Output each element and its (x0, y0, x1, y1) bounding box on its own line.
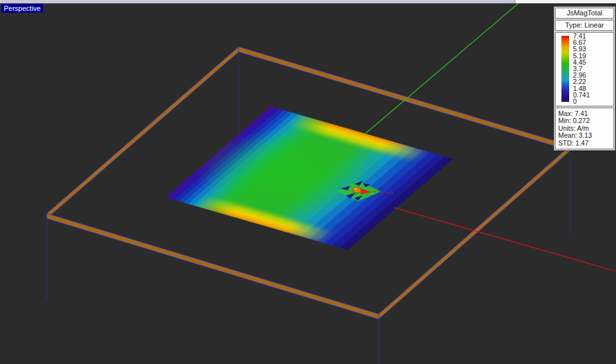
y-axis-line (366, 3, 518, 133)
colorbar-tick: 2.22 (573, 78, 590, 85)
feed-probe-highlight (354, 188, 357, 190)
field-legend-panel[interactable]: JsMagTotal Type: Linear 7.416.675.935.19… (554, 6, 615, 151)
legend-stat-line: STD: 1.47 (558, 140, 613, 147)
viewport-3d[interactable] (0, 3, 616, 364)
legend-stats: Max: 7.41Min: 0.272Units: A/mMean: 3.13S… (555, 108, 614, 149)
colorbar (561, 36, 569, 102)
legend-scale-type: Type: Linear (555, 20, 614, 31)
legend-title: JsMagTotal (555, 8, 614, 19)
feed-probe[interactable] (353, 187, 361, 193)
legend-colorbar-section: 7.416.675.935.194.453.72.962.221.480.741… (555, 32, 614, 106)
colorbar-tick: 0 (573, 98, 590, 104)
colorbar-ticks: 7.416.675.935.194.453.72.962.221.480.741… (573, 33, 590, 104)
x-axis-line (394, 208, 615, 271)
colorbar-tick: 1.48 (573, 85, 590, 92)
application-window: { "window": { "view_label": "Perspective… (0, 0, 616, 364)
legend-stat-line: Mean: 3.13 (558, 132, 613, 139)
colorbar-tick: 5.93 (573, 46, 590, 52)
patch-current-plot[interactable] (166, 106, 453, 250)
